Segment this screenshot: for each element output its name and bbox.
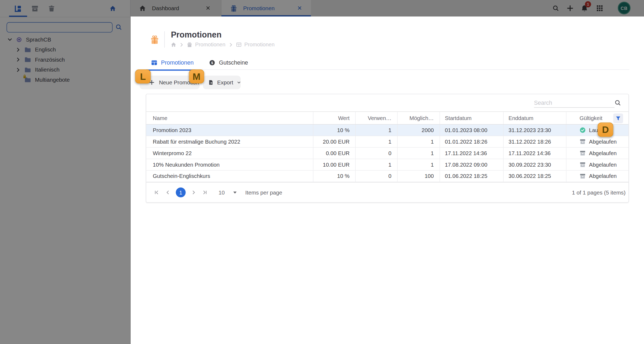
column-header-wert[interactable]: Wert xyxy=(313,112,356,124)
topbar-dim-overlay xyxy=(131,0,644,16)
voucher-icon: $ xyxy=(209,59,215,66)
header-divider xyxy=(164,31,165,48)
cell-verwendungen: 1 xyxy=(356,159,398,170)
gift-icon xyxy=(187,42,192,47)
cell-name: Gutschein-Englischkurs xyxy=(146,171,313,182)
cell-name: Promotion 2023 xyxy=(146,125,313,136)
cell-startdatum: 01.01.2022 18:26 xyxy=(440,136,504,147)
chevron-right-icon xyxy=(229,43,232,47)
page-header: Promotionen Promotionen Promotionen xyxy=(131,16,644,57)
button-label: Export xyxy=(217,79,233,85)
export-button[interactable]: Export xyxy=(203,76,241,89)
last-page-button[interactable] xyxy=(201,188,209,197)
cell-wert: 0.00 EUR xyxy=(313,148,356,159)
hint-badge-d: D xyxy=(598,122,613,137)
hint-badge-m: M xyxy=(189,69,204,83)
promotions-grid: Name Wert Verwen… Möglich… Startdatum En… xyxy=(146,94,629,203)
first-page-button[interactable] xyxy=(153,188,160,197)
content-tabstrip: Promotionen $ Gutscheine xyxy=(146,59,629,70)
active-tab-underline xyxy=(146,69,195,71)
breadcrumb-promotions-grid[interactable]: Promotionen xyxy=(236,42,275,48)
archive-icon xyxy=(579,139,586,145)
previous-page-button[interactable] xyxy=(164,188,172,197)
tab-promotionen[interactable]: Promotionen xyxy=(151,59,194,66)
main-content: Promotionen Promotionen Promotionen xyxy=(131,16,644,344)
cell-startdatum: 01.01.2023 08:00 xyxy=(440,125,504,136)
breadcrumb: Promotionen Promotionen xyxy=(171,42,274,48)
grid-search-input[interactable] xyxy=(534,98,615,108)
breadcrumb-promotions[interactable]: Promotionen xyxy=(187,42,225,48)
cell-verwendungen: 1 xyxy=(356,125,398,136)
items-per-page-label: Items per page xyxy=(245,189,282,196)
filter-button[interactable] xyxy=(613,114,623,124)
tab-gutscheine[interactable]: $ Gutscheine xyxy=(209,59,248,66)
tab-label: Promotionen xyxy=(161,59,194,66)
cell-wert: 10 % xyxy=(313,125,356,136)
svg-text:$: $ xyxy=(211,61,213,65)
check-circle-icon xyxy=(579,127,586,133)
search-icon[interactable] xyxy=(615,99,621,106)
export-file-icon xyxy=(208,79,213,85)
filter-icon xyxy=(616,116,620,121)
cell-moeglichkeiten: 1 xyxy=(397,159,440,170)
table-row[interactable]: 10% Neukunden Promotion 10.00 EUR 1 1 17… xyxy=(146,159,628,171)
breadcrumb-label: Promotionen xyxy=(195,42,225,48)
dropdown-arrow-icon xyxy=(233,191,237,194)
column-header-moeglichkeiten[interactable]: Möglich… xyxy=(397,112,440,124)
archive-icon xyxy=(579,150,586,156)
table-icon xyxy=(151,59,157,66)
next-page-button[interactable] xyxy=(190,188,197,197)
cell-wert: 10.00 EUR xyxy=(313,159,356,170)
cell-name: 10% Neukunden Promotion xyxy=(146,159,313,170)
chevron-down-icon xyxy=(237,80,241,85)
column-header-enddatum[interactable]: Enddatum xyxy=(503,112,566,124)
cell-verwendungen: 1 xyxy=(356,136,398,147)
status-label: Abgelaufen xyxy=(589,162,617,168)
breadcrumb-home[interactable] xyxy=(171,42,176,47)
cell-moeglichkeiten: 1 xyxy=(397,148,440,159)
column-header-gueltigkeit[interactable]: Gültigkeit xyxy=(566,112,629,124)
breadcrumb-label: Promotionen xyxy=(244,42,275,48)
tab-label: Gutscheine xyxy=(219,59,248,66)
status-label: Abgelaufen xyxy=(589,139,617,145)
archive-icon xyxy=(579,173,586,179)
column-header-startdatum[interactable]: Startdatum xyxy=(440,112,504,124)
cell-name: Rabatt für erstmalige Buchung 2022 xyxy=(146,136,313,147)
home-icon xyxy=(171,42,176,47)
table-row[interactable]: Winterpromo 22 0.00 EUR 0 1 17.11.2022 1… xyxy=(146,148,628,159)
status-label: Abgelaufen xyxy=(589,173,617,179)
cell-verwendungen: 0 xyxy=(356,171,398,182)
cell-status: Abgelaufen xyxy=(566,159,629,170)
gift-icon xyxy=(151,35,158,44)
cell-status: Abgelaufen xyxy=(566,136,629,147)
cell-startdatum: 01.06.2022 18:25 xyxy=(440,171,504,182)
cell-verwendungen: 0 xyxy=(356,148,398,159)
archive-icon xyxy=(579,162,586,168)
table-icon xyxy=(236,42,241,47)
cell-startdatum: 17.11.2022 14:36 xyxy=(440,148,504,159)
cell-status: Abgelaufen xyxy=(566,171,629,182)
cell-startdatum: 17.08.2022 09:00 xyxy=(440,159,504,170)
page-size-value: 10 xyxy=(218,189,225,196)
cell-name: Winterpromo 22 xyxy=(146,148,313,159)
page-title: Promotionen xyxy=(171,30,221,39)
table-row[interactable]: Gutschein-Englischkurs 10 % 0 100 01.06.… xyxy=(146,171,628,182)
cell-moeglichkeiten: 2000 xyxy=(397,125,440,136)
cell-enddatum: 30.06.2022 18:25 xyxy=(503,171,566,182)
cell-wert: 20.00 EUR xyxy=(313,136,356,147)
column-header-verwendungen[interactable]: Verwen… xyxy=(356,112,398,124)
table-row[interactable]: Rabatt für erstmalige Buchung 2022 20.00… xyxy=(146,136,628,148)
column-header-label: Gültigkeit xyxy=(579,115,602,121)
chevron-right-icon xyxy=(180,43,183,47)
column-header-name[interactable]: Name xyxy=(146,112,313,124)
table-row[interactable]: Promotion 2023 10 % 1 2000 01.01.2023 08… xyxy=(146,125,628,136)
cell-wert: 10 % xyxy=(313,171,356,182)
current-page-button[interactable]: 1 xyxy=(176,188,186,197)
cell-moeglichkeiten: 100 xyxy=(397,171,440,182)
sidebar-dim-overlay xyxy=(0,0,131,344)
cell-enddatum: 31.12.2023 23:30 xyxy=(503,125,566,136)
cell-enddatum: 17.11.2022 14:36 xyxy=(503,148,566,159)
page-size-select[interactable]: 10 xyxy=(218,189,237,196)
pager-summary: 1 of 1 pages (5 items) xyxy=(572,189,628,196)
app-screen: Promotionen Promotionen Promotionen xyxy=(0,0,644,344)
